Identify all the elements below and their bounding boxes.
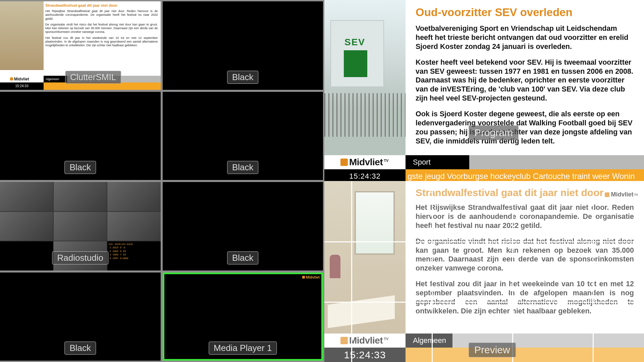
brand-icon — [10, 77, 13, 80]
mv-cell-black-1[interactable]: Black — [163, 1, 323, 90]
mv-cell-black-3[interactable]: Black — [163, 92, 323, 180]
mv-cell-black-4[interactable]: Black — [163, 182, 323, 270]
program-body: Voetbalvereniging Sport en Vriendschap u… — [416, 24, 634, 146]
preview-safe-grid — [324, 181, 644, 362]
mv-cell-radiostudio[interactable]: CH Kb/S CH Kb/S 1 2015 5 6 2 2002 6 25 3… — [0, 182, 161, 270]
mv-label: Media Player 1 — [209, 342, 277, 355]
mv-label: Black — [227, 251, 259, 264]
brand-icon — [340, 159, 348, 166]
multiviewer: Strandwalfestival gaat dit jaar niet doo… — [0, 0, 324, 362]
program-photo: SEV — [324, 0, 406, 155]
program-category: Sport — [406, 155, 469, 169]
photo-sign: SEV — [344, 37, 365, 48]
program-feed[interactable]: SEV Oud-voorzitter SEV overleden Voetbal… — [324, 0, 644, 181]
brand-logo-small: Midvliet — [302, 275, 320, 279]
mv-cell-mediaplayer1[interactable]: Midvliet Media Player 1 — [163, 273, 323, 361]
mv-cell-black-2[interactable]: Black — [0, 92, 161, 180]
mv-label: Radiostudio — [52, 251, 108, 264]
mv-cell-black-5[interactable]: Black — [0, 273, 161, 361]
mv-label: ClutterSMIL — [65, 71, 121, 84]
program-headline: Oud-voorzitter SEV overleden — [416, 6, 634, 19]
program-time: 15:24:32 — [324, 172, 406, 181]
mv-label: Black — [64, 342, 96, 355]
brand-logo: Midvliet TV — [324, 155, 406, 169]
mv-label: Black — [227, 161, 259, 174]
preview-feed[interactable]: Strandwalfestival gaat dit jaar niet doo… — [324, 181, 644, 362]
mv-label: Black — [64, 161, 96, 174]
mv-cell-cluttersmil[interactable]: Strandwalfestival gaat dit jaar niet doo… — [0, 1, 161, 90]
mv-label: Black — [227, 71, 259, 84]
